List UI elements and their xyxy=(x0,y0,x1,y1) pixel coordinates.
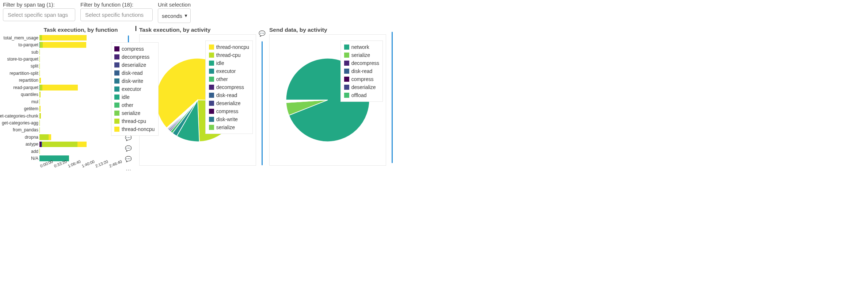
hover-icon[interactable]: 💬 xyxy=(125,145,132,152)
legend-item[interactable]: executor xyxy=(209,67,249,75)
legend-swatch xyxy=(114,70,119,76)
legend-item[interactable]: deserialize xyxy=(209,99,249,107)
legend-label: thread-cpu xyxy=(122,118,146,124)
bar-row xyxy=(39,41,122,48)
bar-y-label: total_mem_usage xyxy=(3,34,38,41)
legend-label: idle xyxy=(216,60,224,66)
more-icon[interactable]: ⋯ xyxy=(125,166,132,173)
legend-label: deserialize xyxy=(216,100,241,106)
legend-item[interactable]: serialize xyxy=(209,123,249,131)
legend-item[interactable]: executor xyxy=(114,85,155,93)
legend-label: decompress xyxy=(351,60,379,66)
span-tag-placeholder: Select specific span tags xyxy=(8,12,68,18)
bar-segment xyxy=(39,63,40,69)
toolbar-accent xyxy=(392,32,393,163)
bar-row xyxy=(39,84,122,91)
bar-segment xyxy=(39,70,40,76)
legend-item[interactable]: compress xyxy=(209,107,249,115)
bar-row xyxy=(39,141,122,148)
legend-item[interactable]: disk-read xyxy=(344,67,379,75)
bar-y-label: add xyxy=(3,148,38,155)
bar-segment xyxy=(49,134,51,140)
bar-row xyxy=(39,134,122,140)
bar-chart-title: Task execution, by function xyxy=(39,27,122,33)
filter-span-tag-label: Filter by span tag (1): xyxy=(3,1,75,8)
legend-item[interactable]: thread-noncpu xyxy=(209,43,249,51)
bar-segment xyxy=(39,35,42,41)
bar-y-label: dropna xyxy=(3,134,38,140)
legend-item[interactable]: thread-cpu xyxy=(114,117,155,125)
legend-item[interactable]: idle xyxy=(209,59,249,67)
bar-segment xyxy=(42,35,87,41)
bar-segment xyxy=(39,99,40,105)
legend-item[interactable]: disk-read xyxy=(114,69,155,77)
legend-label: deserialize xyxy=(351,84,376,90)
legend-item[interactable]: disk-write xyxy=(209,115,249,123)
bar-row xyxy=(39,70,122,77)
pie2-title: Send data, by activity xyxy=(269,27,386,33)
legend-swatch xyxy=(344,93,349,98)
bar-row xyxy=(39,119,122,126)
bar-y-label: N/A xyxy=(3,155,38,162)
legend-label: serialize xyxy=(351,52,370,58)
legend-item[interactable]: other xyxy=(209,75,249,83)
hover-icon[interactable]: 💬 xyxy=(125,156,132,162)
bar-chart-x-axis: 0:00:000:33:201:06:401:40:002:13:202:46:… xyxy=(39,162,122,169)
legend-item[interactable]: idle xyxy=(114,93,155,101)
bar-segment xyxy=(40,78,41,84)
unit-value: seconds xyxy=(162,13,182,19)
bar-segment xyxy=(39,149,40,154)
legend-item[interactable]: thread-noncpu xyxy=(114,125,155,133)
bar-chart-legend: compressdecompressdeserializedisk-readdi… xyxy=(111,42,159,136)
pie1-toolbar: 💬 xyxy=(258,27,266,165)
bar-row xyxy=(39,112,122,119)
legend-swatch xyxy=(209,109,214,114)
legend-item[interactable]: deserialize xyxy=(114,61,155,69)
legend-item[interactable]: decompress xyxy=(209,83,249,91)
legend-item[interactable]: decompress xyxy=(114,53,155,61)
filter-span-tag: Filter by span tag (1): Select specific … xyxy=(3,1,75,23)
legend-label: executor xyxy=(216,68,236,74)
legend-label: compress xyxy=(122,46,144,52)
legend-item[interactable]: serialize xyxy=(114,109,155,117)
legend-swatch xyxy=(114,127,119,132)
legend-item[interactable]: network xyxy=(344,43,379,51)
unit-select[interactable]: seconds ▼ xyxy=(158,8,191,23)
legend-item[interactable]: disk-write xyxy=(114,77,155,85)
legend-swatch xyxy=(114,111,119,116)
legend-swatch xyxy=(344,61,349,66)
legend-item[interactable]: decompress xyxy=(344,59,379,67)
bar-segment xyxy=(39,56,40,62)
bar-segment xyxy=(40,42,43,48)
legend-label: compress xyxy=(216,108,239,114)
bar-segment xyxy=(42,142,77,147)
legend-swatch xyxy=(344,45,349,50)
bar-y-label: astype xyxy=(3,141,38,148)
span-tag-select[interactable]: Select specific span tags xyxy=(3,8,75,21)
legend-label: thread-noncpu xyxy=(216,44,249,50)
bar-chart-bars xyxy=(39,34,122,162)
legend-item[interactable]: other xyxy=(114,101,155,109)
legend-item[interactable]: disk-read xyxy=(209,91,249,99)
filter-bar: Filter by span tag (1): Select specific … xyxy=(3,1,865,23)
hover-icon[interactable]: 💬 xyxy=(259,30,265,37)
legend-swatch xyxy=(209,45,214,50)
legend-item[interactable]: deserialize xyxy=(344,83,379,91)
legend-label: serialize xyxy=(122,110,140,116)
bar-y-label: get-categories-chunk xyxy=(3,112,38,119)
legend-swatch xyxy=(114,46,119,51)
legend-item[interactable]: serialize xyxy=(344,51,379,59)
legend-swatch xyxy=(114,103,119,108)
legend-item[interactable]: compress xyxy=(344,75,379,83)
bar-segment xyxy=(39,134,49,140)
legend-swatch xyxy=(344,69,349,74)
bar-row xyxy=(39,77,122,84)
legend-item[interactable]: thread-cpu xyxy=(209,51,249,59)
bar-row xyxy=(39,91,122,98)
legend-item[interactable]: offload xyxy=(344,91,379,99)
function-select[interactable]: Select specific functions xyxy=(80,8,153,21)
bar-chart-section: Task execution, by function total_mem_us… xyxy=(3,27,133,173)
legend-item[interactable]: compress xyxy=(114,45,155,53)
bar-segment xyxy=(41,113,41,119)
legend-label: disk-read xyxy=(216,92,237,98)
